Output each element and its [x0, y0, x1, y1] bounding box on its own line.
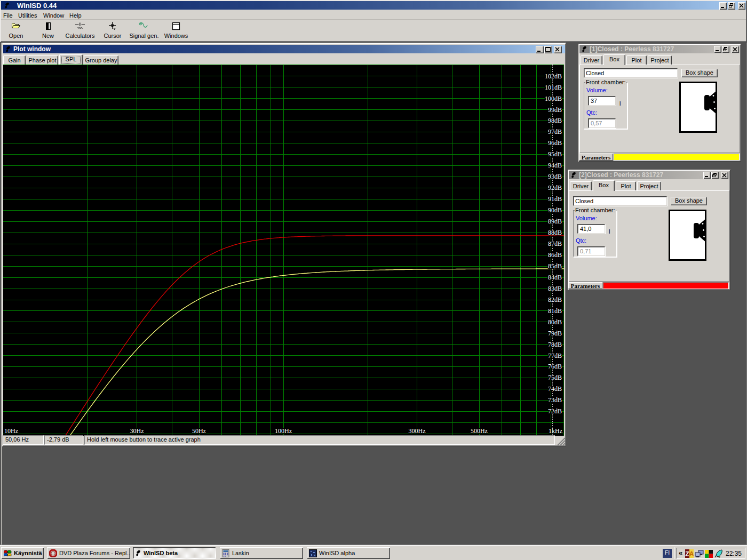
svg-text:98dB: 98dB: [548, 117, 562, 124]
svg-text:10Hz: 10Hz: [4, 427, 18, 435]
svg-text:95dB: 95dB: [548, 150, 562, 158]
svg-text:74dB: 74dB: [548, 385, 562, 393]
svg-text:80dB: 80dB: [548, 318, 562, 326]
svg-text:97dB: 97dB: [548, 128, 562, 135]
svg-text:94dB: 94dB: [548, 162, 562, 169]
svg-text:99dB: 99dB: [548, 106, 562, 114]
svg-text:84dB: 84dB: [548, 274, 562, 281]
svg-text:86dB: 86dB: [548, 251, 562, 259]
svg-text:83dB: 83dB: [548, 285, 562, 292]
svg-text:75dB: 75dB: [548, 374, 562, 381]
svg-text:90dB: 90dB: [548, 206, 562, 214]
svg-text:72dB: 72dB: [548, 407, 562, 415]
svg-text:93dB: 93dB: [548, 173, 562, 180]
svg-text:100Hz: 100Hz: [275, 427, 292, 435]
svg-text:1kHz: 1kHz: [549, 427, 562, 435]
svg-text:91dB: 91dB: [548, 195, 562, 203]
svg-text:101dB: 101dB: [545, 84, 562, 91]
svg-text:73dB: 73dB: [548, 396, 562, 404]
svg-text:87dB: 87dB: [548, 240, 562, 247]
svg-text:300Hz: 300Hz: [408, 427, 425, 435]
svg-text:102dB: 102dB: [545, 73, 562, 80]
svg-text:79dB: 79dB: [548, 330, 562, 337]
svg-text:A: A: [689, 550, 694, 558]
svg-text:96dB: 96dB: [548, 139, 562, 147]
svg-text:Z: Z: [685, 550, 689, 558]
svg-text:500Hz: 500Hz: [471, 427, 488, 435]
svg-text:82dB: 82dB: [548, 296, 562, 303]
svg-text:89dB: 89dB: [548, 218, 562, 225]
svg-text:88dB: 88dB: [548, 229, 562, 236]
svg-text:78dB: 78dB: [548, 341, 562, 348]
svg-text:81dB: 81dB: [548, 307, 562, 315]
svg-text:76dB: 76dB: [548, 363, 562, 370]
svg-text:85dB: 85dB: [548, 262, 562, 270]
svg-text:30Hz: 30Hz: [130, 427, 144, 435]
svg-text:92dB: 92dB: [548, 184, 562, 191]
svg-text:77dB: 77dB: [548, 352, 562, 359]
svg-text:100dB: 100dB: [545, 95, 562, 102]
svg-text:50Hz: 50Hz: [192, 427, 206, 435]
